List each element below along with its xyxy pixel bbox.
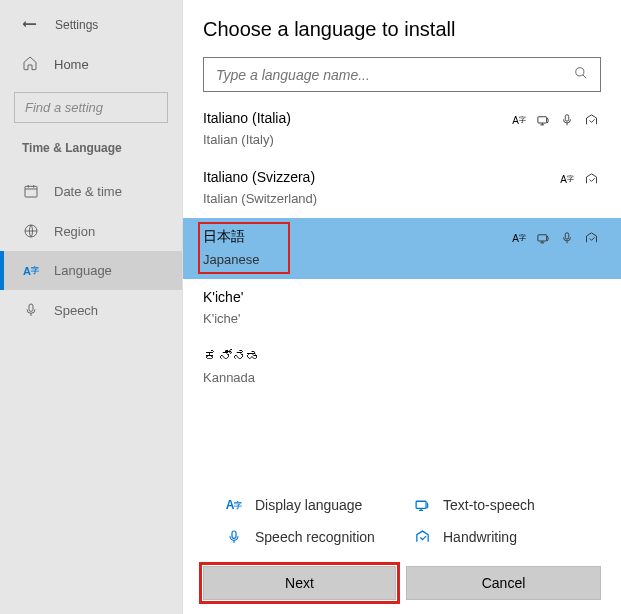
dialog-title: Choose a language to install bbox=[183, 0, 621, 57]
svg-rect-7 bbox=[565, 233, 569, 239]
english-name: Italian (Italy) bbox=[203, 132, 601, 147]
tts-icon bbox=[535, 230, 551, 246]
tts-icon bbox=[413, 496, 431, 514]
svg-point-3 bbox=[576, 68, 584, 76]
section-header: Time & Language bbox=[0, 141, 182, 171]
globe-icon bbox=[22, 223, 40, 239]
svg-rect-4 bbox=[537, 116, 546, 122]
find-setting-placeholder: Find a setting bbox=[25, 100, 103, 115]
svg-rect-5 bbox=[565, 115, 569, 121]
language-item-japanese[interactable]: 日本語 Japanese A字 bbox=[183, 218, 621, 279]
settings-title: Settings bbox=[55, 18, 98, 32]
language-az-icon: A字 bbox=[22, 265, 40, 277]
english-name: Italian (Switzerland) bbox=[203, 191, 601, 206]
feature-icons: A字 bbox=[511, 230, 599, 246]
nav-home[interactable]: Home bbox=[0, 47, 182, 82]
handwriting-icon bbox=[413, 528, 431, 546]
native-name: Italiano (Svizzera) bbox=[203, 169, 601, 185]
nav-item-label: Date & time bbox=[54, 184, 122, 199]
svg-rect-9 bbox=[232, 531, 236, 538]
tts-icon bbox=[535, 112, 551, 128]
english-name: K'iche' bbox=[203, 311, 601, 326]
nav-home-label: Home bbox=[54, 57, 89, 72]
nav-item-label: Language bbox=[54, 263, 112, 278]
feature-icons: A字 bbox=[511, 112, 599, 128]
legend-label: Handwriting bbox=[443, 529, 517, 545]
nav-item-date-time[interactable]: Date & time bbox=[0, 171, 182, 211]
display-language-icon: A字 bbox=[225, 496, 243, 514]
home-icon bbox=[22, 55, 40, 74]
svg-rect-0 bbox=[25, 186, 37, 197]
display-language-icon: A字 bbox=[511, 112, 527, 128]
find-setting-input[interactable]: Find a setting bbox=[14, 92, 168, 123]
cancel-button[interactable]: Cancel bbox=[406, 566, 601, 600]
nav-item-region[interactable]: Region bbox=[0, 211, 182, 251]
legend-tts: Text-to-speech bbox=[413, 496, 601, 514]
legend-label: Display language bbox=[255, 497, 362, 513]
language-item-kiche[interactable]: K'iche' K'iche' bbox=[183, 279, 621, 338]
back-arrow-icon[interactable]: 🠔 bbox=[22, 16, 37, 33]
language-item-italian-italy[interactable]: Italiano (Italia) Italian (Italy) A字 bbox=[183, 100, 621, 159]
handwriting-icon bbox=[583, 230, 599, 246]
legend-label: Speech recognition bbox=[255, 529, 375, 545]
mic-icon bbox=[22, 302, 40, 318]
feature-legend: A字 Display language Text-to-speech Speec… bbox=[183, 480, 621, 556]
english-name: Japanese bbox=[203, 252, 601, 267]
legend-handwriting: Handwriting bbox=[413, 528, 601, 546]
english-name: Kannada bbox=[203, 370, 601, 385]
native-name: K'iche' bbox=[203, 289, 601, 305]
language-install-dialog: Choose a language to install Italiano (I… bbox=[183, 0, 621, 614]
next-button[interactable]: Next bbox=[203, 566, 396, 600]
language-list: Italiano (Italia) Italian (Italy) A字 Ita… bbox=[183, 100, 621, 480]
search-icon bbox=[574, 66, 588, 83]
native-name: ಕನ್ನಡ bbox=[203, 348, 601, 364]
language-item-italian-switzerland[interactable]: Italiano (Svizzera) Italian (Switzerland… bbox=[183, 159, 621, 218]
svg-rect-6 bbox=[537, 234, 546, 240]
nav-item-speech[interactable]: Speech bbox=[0, 290, 182, 330]
dialog-footer: Next Cancel bbox=[183, 556, 621, 614]
search-input[interactable] bbox=[216, 67, 574, 83]
svg-rect-2 bbox=[29, 304, 33, 311]
language-item-kannada[interactable]: ಕನ್ನಡ Kannada bbox=[183, 338, 621, 397]
sidebar-header: 🠔 Settings bbox=[0, 10, 182, 47]
settings-sidebar: 🠔 Settings Home Find a setting Time & La… bbox=[0, 0, 183, 614]
nav-item-label: Region bbox=[54, 224, 95, 239]
svg-rect-8 bbox=[416, 501, 426, 508]
nav-item-label: Speech bbox=[54, 303, 98, 318]
legend-label: Text-to-speech bbox=[443, 497, 535, 513]
speech-icon bbox=[225, 528, 243, 546]
calendar-clock-icon bbox=[22, 183, 40, 199]
display-language-icon: A字 bbox=[511, 230, 527, 246]
nav-item-language[interactable]: A字 Language bbox=[0, 251, 182, 290]
speech-icon bbox=[559, 230, 575, 246]
display-language-icon: A字 bbox=[559, 171, 575, 187]
search-input-wrapper[interactable] bbox=[203, 57, 601, 92]
feature-icons: A字 bbox=[559, 171, 599, 187]
handwriting-icon bbox=[583, 171, 599, 187]
legend-speech: Speech recognition bbox=[225, 528, 413, 546]
handwriting-icon bbox=[583, 112, 599, 128]
speech-icon bbox=[559, 112, 575, 128]
legend-display: A字 Display language bbox=[225, 496, 413, 514]
